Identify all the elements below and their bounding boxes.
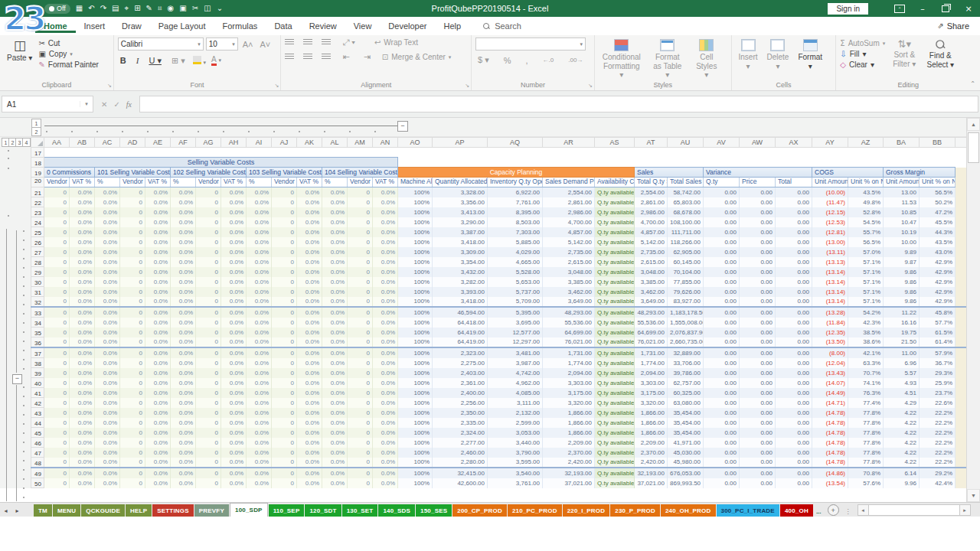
- cell[interactable]: 0.0%: [373, 267, 398, 277]
- band-103-selling-variable-cost[interactable]: 103 Selling Variable Cost: [247, 168, 322, 178]
- cell[interactable]: 2,256.00: [433, 398, 488, 408]
- sign-in-button[interactable]: Sign in: [828, 3, 868, 15]
- cell[interactable]: 0.0%: [247, 378, 272, 388]
- cell[interactable]: 0.0%: [171, 478, 196, 488]
- cell[interactable]: 0: [348, 388, 373, 398]
- sheet-tab-120_sdt[interactable]: 120_SDT: [305, 504, 341, 517]
- cell[interactable]: 0.0%: [70, 267, 95, 277]
- cell[interactable]: 0: [272, 448, 297, 458]
- cell[interactable]: 2,076,837.90: [668, 328, 704, 337]
- cell[interactable]: 0.0%: [247, 337, 272, 348]
- cell[interactable]: 0.0%: [221, 388, 247, 398]
- cell[interactable]: 2,554.00: [635, 187, 668, 197]
- cell[interactable]: 0: [272, 217, 297, 227]
- cell[interactable]: 100%: [398, 458, 433, 468]
- cell[interactable]: 0.00: [704, 307, 740, 318]
- cell[interactable]: 42.9%: [920, 297, 956, 308]
- cell[interactable]: 2,420.00: [543, 458, 595, 468]
- cell[interactable]: 0.00: [776, 388, 812, 398]
- clipboard-dialog-launcher-icon[interactable]: ↘: [107, 83, 112, 88]
- align-right-icon[interactable]: [322, 54, 331, 60]
- cell[interactable]: 2,280.00: [433, 458, 488, 468]
- cell[interactable]: 2,735.00: [543, 247, 595, 257]
- cell[interactable]: 0.0%: [373, 307, 398, 318]
- cell[interactable]: Q.ty available: [595, 187, 635, 197]
- cell[interactable]: (12.53): [812, 217, 848, 227]
- cell[interactable]: 0: [348, 237, 373, 247]
- cell[interactable]: 0.00: [776, 408, 812, 418]
- name-box[interactable]: A1▾: [2, 96, 93, 112]
- cell[interactable]: 42.9%: [920, 257, 956, 267]
- cell[interactable]: 0.0%: [221, 448, 247, 458]
- row-group-collapse-button[interactable]: −: [12, 374, 22, 384]
- sheet-tab-210_pc_prod[interactable]: 210_PC_PROD: [508, 504, 562, 517]
- cell[interactable]: 0: [44, 448, 70, 458]
- cell[interactable]: 0: [196, 267, 221, 277]
- cell[interactable]: 0.00: [776, 438, 812, 448]
- sheet-tab-settings[interactable]: SETTINGS: [152, 504, 194, 517]
- cell[interactable]: (8.00): [812, 347, 848, 358]
- row-header[interactable]: 25: [31, 227, 44, 237]
- cell[interactable]: 0.0%: [373, 247, 398, 257]
- cell[interactable]: 77.8%: [848, 418, 884, 428]
- sheet-tab-220_i_prod[interactable]: 220_I_PROD: [563, 504, 610, 517]
- cell[interactable]: 44.3%: [920, 227, 956, 237]
- cell[interactable]: 0.00: [776, 458, 812, 468]
- column-subheader[interactable]: Vendor Payment Days: [348, 178, 373, 187]
- cell[interactable]: 0.0%: [221, 347, 247, 358]
- cell[interactable]: 0.00: [740, 478, 776, 488]
- cell[interactable]: 0.0%: [171, 318, 196, 328]
- cell[interactable]: 0.00: [704, 388, 740, 398]
- cell[interactable]: 0: [272, 247, 297, 257]
- cell[interactable]: 0: [196, 358, 221, 368]
- cell[interactable]: 0.0%: [171, 347, 196, 358]
- cell[interactable]: 0.0%: [221, 478, 247, 488]
- cell[interactable]: (14.49): [812, 388, 848, 398]
- cell[interactable]: 21.50: [884, 337, 920, 348]
- cell[interactable]: 2,277.00: [433, 438, 488, 448]
- cell[interactable]: 3,303.00: [543, 378, 595, 388]
- cell[interactable]: 6.96: [884, 358, 920, 368]
- cell[interactable]: 0.0%: [322, 408, 348, 418]
- cell[interactable]: 57.7%: [920, 318, 956, 328]
- cell[interactable]: 10.47: [884, 217, 920, 227]
- cell[interactable]: 0: [44, 408, 70, 418]
- cell[interactable]: 4.22: [884, 408, 920, 418]
- cell[interactable]: 0.0%: [247, 328, 272, 337]
- cell[interactable]: 0.0%: [95, 448, 120, 458]
- cell[interactable]: 32,193.00: [635, 468, 668, 478]
- cell[interactable]: 77.8%: [848, 458, 884, 468]
- touch-mode-icon[interactable]: ⌖: [125, 5, 129, 12]
- row-header[interactable]: 19: [31, 168, 44, 178]
- cell[interactable]: 0.0%: [221, 458, 247, 468]
- cell[interactable]: 0: [348, 267, 373, 277]
- cell[interactable]: 0.0%: [297, 267, 322, 277]
- new-sheet-icon[interactable]: +: [828, 504, 839, 516]
- cell[interactable]: 56.5%: [848, 237, 884, 247]
- cell[interactable]: 0.00: [776, 428, 812, 438]
- cell[interactable]: 0.00: [740, 328, 776, 337]
- cell[interactable]: 0.0%: [95, 368, 120, 378]
- cell[interactable]: (14.78): [812, 438, 848, 448]
- cell[interactable]: 12,577.00: [488, 328, 543, 337]
- cell[interactable]: 0.0%: [247, 277, 272, 287]
- cell[interactable]: 0.0%: [145, 428, 171, 438]
- cell[interactable]: 11.22: [884, 307, 920, 318]
- row-header[interactable]: 31: [31, 287, 44, 297]
- cell[interactable]: 0.0%: [373, 478, 398, 488]
- cell[interactable]: 61.5%: [920, 328, 956, 337]
- increase-indent-icon[interactable]: ⇥: [361, 52, 373, 62]
- cell[interactable]: 0.0%: [95, 267, 120, 277]
- column-header-AJ[interactable]: AJ: [272, 138, 297, 148]
- cell[interactable]: Q.ty available: [595, 257, 635, 267]
- cell[interactable]: 0.0%: [297, 207, 322, 217]
- cell[interactable]: 0.0%: [373, 428, 398, 438]
- cell[interactable]: 0.0%: [95, 418, 120, 428]
- cell[interactable]: 100%: [398, 247, 433, 257]
- cell[interactable]: 2,615.00: [543, 257, 595, 267]
- column-header-AN[interactable]: AN: [373, 138, 398, 148]
- cell[interactable]: 0.0%: [297, 438, 322, 448]
- cell[interactable]: 1,866.00: [543, 408, 595, 418]
- cell[interactable]: 11.00: [884, 347, 920, 358]
- cell[interactable]: 0.0%: [373, 378, 398, 388]
